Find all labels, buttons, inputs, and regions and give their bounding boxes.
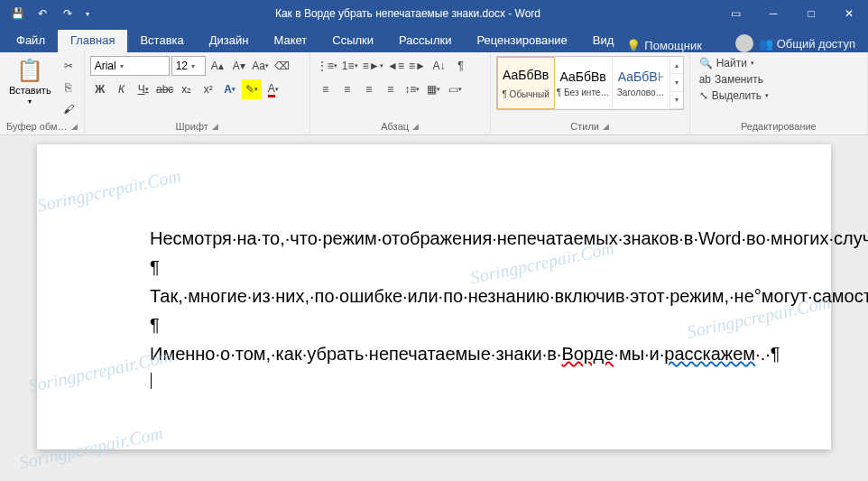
close-button[interactable]: ✕ [830, 0, 868, 27]
paste-button[interactable]: 📋 Вставить ▾ [5, 56, 55, 107]
sort-button[interactable]: A↓ [429, 56, 449, 76]
group-paragraph: ⋮≡▾ 1≡▾ ≡►▾ ◄≡ ≡► A↓ ¶ ≡ ≡ ≡ ≡ ↕≡▾ ▦▾ ▭▾… [310, 52, 491, 134]
tell-me-assistant[interactable]: 💡 Помощник [626, 39, 702, 52]
select-button[interactable]: ⤡ Выделить▾ [696, 88, 772, 103]
window-controls: ▭ ─ □ ✕ [716, 0, 868, 27]
gallery-expand-button[interactable]: ▾ [670, 92, 683, 109]
group-styles: АаБбВв ¶ Обычный АаБбВв ¶ Без инте… АаБб… [491, 52, 690, 134]
ribbon: 📋 Вставить ▾ ✂ ⎘ 🖌 Буфер обм… ◢ Arial▾ 1… [0, 52, 868, 135]
styles-gallery-more: ▴ ▾ ▾ [670, 57, 683, 109]
subscript-button[interactable]: x₂ [177, 79, 197, 99]
numbering-button[interactable]: 1≡▾ [340, 56, 360, 76]
copy-button[interactable]: ⎘ [59, 78, 78, 97]
page[interactable]: Несмотря·на·то,·что·режим·отображения·не… [37, 144, 831, 449]
borders-button[interactable]: ▭▾ [446, 79, 466, 99]
clipboard-icon: 📋 [16, 58, 43, 83]
superscript-button[interactable]: x² [199, 79, 218, 99]
tab-review[interactable]: Рецензирование [464, 30, 579, 52]
text-cursor [151, 373, 152, 389]
search-icon: 🔍 [699, 57, 713, 69]
paragraph-2[interactable]: ¶ [150, 254, 718, 280]
quick-access-toolbar: 💾 ↶ ↷ ▾ [0, 2, 99, 25]
share-label: Общий доступ [777, 37, 855, 51]
shading-button[interactable]: ▦▾ [424, 79, 444, 99]
line-spacing-button[interactable]: ↕≡▾ [402, 79, 422, 99]
align-left-button[interactable]: ≡ [316, 79, 336, 99]
redo-button[interactable]: ↷ [56, 2, 79, 25]
font-color-button[interactable]: A▾ [263, 79, 283, 99]
strikethrough-button[interactable]: abc [155, 79, 175, 99]
paragraph-4[interactable]: ¶ [150, 312, 718, 338]
clear-format-button[interactable]: ⌫ [272, 56, 292, 76]
format-painter-button[interactable]: 🖌 [59, 99, 78, 119]
italic-button[interactable]: К [112, 79, 132, 99]
tab-design[interactable]: Дизайн [197, 30, 262, 52]
gallery-down-button[interactable]: ▾ [670, 74, 683, 91]
group-clipboard-label: Буфер обм… [6, 121, 67, 132]
group-editing: 🔍 Найти▾ ab Заменить ⤡ Выделить▾ Редакти… [690, 52, 868, 134]
style-heading1[interactable]: АаБбВ⊦ Заголово… [613, 57, 670, 109]
qat-customize-button[interactable]: ▾ [81, 2, 94, 25]
grow-font-button[interactable]: A▴ [208, 56, 227, 76]
window-title: Как в Ворде убрать непечатаемые знаки.do… [99, 7, 716, 20]
maximize-button[interactable]: □ [792, 0, 830, 27]
paragraph-5[interactable]: Именно·о·том,·как·убрать·непечатаемые·зн… [150, 341, 718, 392]
shrink-font-button[interactable]: A▾ [229, 56, 249, 76]
tab-insert[interactable]: Вставка [127, 30, 196, 52]
font-name-select[interactable]: Arial▾ [90, 56, 170, 76]
document-body[interactable]: Несмотря·на·то,·что·режим·отображения·не… [150, 226, 718, 392]
lightbulb-icon: 💡 [626, 39, 641, 52]
bullets-button[interactable]: ⋮≡▾ [316, 56, 338, 76]
pilcrow-button[interactable]: ¶ [451, 56, 471, 76]
group-styles-label: Стили [570, 121, 599, 132]
group-font: Arial▾ 12▾ A▴ A▾ Aa▾ ⌫ Ж К Ч▾ abc x₂ x² … [85, 52, 310, 134]
highlight-button[interactable]: ✎▾ [242, 79, 262, 99]
styles-gallery: АаБбВв ¶ Обычный АаБбВв ¶ Без инте… АаБб… [496, 56, 684, 110]
tab-file[interactable]: Файл [4, 30, 58, 52]
font-size-select[interactable]: 12▾ [171, 56, 206, 76]
replace-button[interactable]: ab Заменить [696, 72, 772, 87]
increase-indent-button[interactable]: ≡► [408, 56, 428, 76]
replace-icon: ab [699, 73, 711, 86]
user-avatar[interactable] [735, 34, 753, 52]
share-button[interactable]: 👥 Общий доступ [759, 37, 855, 51]
tab-references[interactable]: Ссылки [319, 30, 386, 52]
document-area[interactable]: Несмотря·на·то,·что·режим·отображения·не… [0, 135, 868, 481]
assistant-label: Помощник [644, 39, 702, 52]
tab-mailings[interactable]: Рассылки [386, 30, 464, 52]
style-no-spacing[interactable]: АаБбВв ¶ Без инте… [555, 57, 613, 109]
paragraph-3[interactable]: Так,·многие·из·них,·по·ошибке·или·по·нез… [150, 283, 718, 309]
paste-label: Вставить [9, 85, 51, 96]
gallery-up-button[interactable]: ▴ [670, 57, 683, 74]
bold-button[interactable]: Ж [90, 79, 110, 99]
justify-button[interactable]: ≡ [381, 79, 401, 99]
clipboard-dialog-launcher[interactable]: ◢ [71, 122, 78, 131]
text-effects-button[interactable]: A▾ [220, 79, 240, 99]
group-editing-label: Редактирование [741, 121, 817, 132]
share-icon: 👥 [759, 37, 773, 51]
align-right-button[interactable]: ≡ [359, 79, 379, 99]
tab-view[interactable]: Вид [580, 30, 627, 52]
titlebar: 💾 ↶ ↷ ▾ Как в Ворде убрать непечатаемые … [0, 0, 868, 27]
ribbon-display-button[interactable]: ▭ [716, 0, 754, 27]
group-font-label: Шрифт [176, 121, 208, 132]
multilevel-button[interactable]: ≡►▾ [362, 56, 384, 76]
undo-button[interactable]: ↶ [31, 2, 54, 25]
underline-button[interactable]: Ч▾ [134, 79, 153, 99]
tab-home[interactable]: Главная [58, 30, 127, 52]
paragraph-1[interactable]: Несмотря·на·то,·что·режим·отображения·не… [150, 226, 718, 251]
style-normal[interactable]: АаБбВв ¶ Обычный [497, 57, 555, 109]
decrease-indent-button[interactable]: ◄≡ [386, 56, 406, 76]
minimize-button[interactable]: ─ [754, 0, 792, 27]
paragraph-dialog-launcher[interactable]: ◢ [412, 122, 419, 131]
cut-button[interactable]: ✂ [59, 56, 78, 76]
save-button[interactable]: 💾 [5, 2, 29, 25]
find-button[interactable]: 🔍 Найти▾ [696, 56, 772, 70]
styles-dialog-launcher[interactable]: ◢ [603, 122, 609, 131]
font-dialog-launcher[interactable]: ◢ [212, 122, 218, 131]
group-clipboard: 📋 Вставить ▾ ✂ ⎘ 🖌 Буфер обм… ◢ [0, 52, 85, 134]
tab-layout[interactable]: Макет [261, 30, 319, 52]
change-case-button[interactable]: Aa▾ [251, 56, 271, 76]
align-center-button[interactable]: ≡ [337, 79, 357, 99]
group-paragraph-label: Абзац [381, 121, 409, 132]
